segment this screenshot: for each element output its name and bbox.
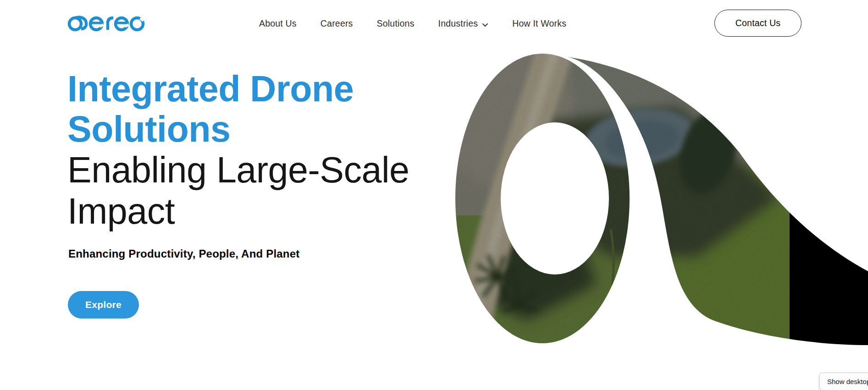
glyph-black-fill [790,39,868,390]
hero-section: Integrated Drone Solutions Enabling Larg… [67,69,416,232]
hero-subtitle: Enhancing Productivity, People, And Plan… [68,247,389,260]
nav-item-label: Industries [438,18,478,29]
nav-item-about-us[interactable]: About Us [259,18,297,29]
show-desktop-tooltip: Show desktop [819,373,868,390]
aerial-photo [436,39,868,390]
chevron-down-icon [482,19,488,29]
nav-item-industries[interactable]: Industries [438,17,489,29]
nav-item-label: Solutions [377,18,415,29]
aereo-logo-icon [67,12,145,33]
main-nav: About Us Careers Solutions Industries Ho… [259,17,566,29]
nav-item-how-it-works[interactable]: How It Works [512,18,566,29]
explore-button[interactable]: Explore [68,291,139,319]
landing-page: { "brand": { "logo_text": "aereo", "logo… [0,0,868,390]
header: About Us Careers Solutions Industries Ho… [0,0,868,46]
aereo-logo[interactable] [67,12,145,33]
headline-accent: Integrated Drone Solutions [67,69,416,149]
headline-secondary: Enabling Large-Scale Impact [67,149,416,232]
nav-item-label: How It Works [512,18,566,29]
nav-item-label: About Us [259,18,297,29]
nav-item-solutions[interactable]: Solutions [377,18,415,29]
nav-item-careers[interactable]: Careers [321,18,353,29]
nav-item-label: Careers [321,18,353,29]
contact-us-button[interactable]: Contact Us [714,10,802,37]
